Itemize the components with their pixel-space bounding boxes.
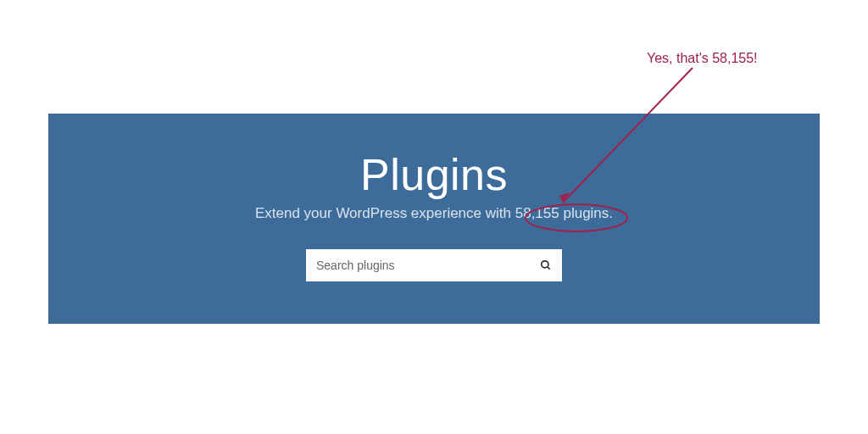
search-icon[interactable]: [540, 259, 552, 271]
subtitle-prefix: Extend your WordPress experience with: [255, 205, 515, 221]
subtitle-suffix: plugins.: [559, 205, 613, 221]
plugin-count: 58,155: [515, 205, 559, 221]
search-box[interactable]: [306, 249, 562, 281]
svg-line-1: [548, 267, 550, 270]
page-title: Plugins: [360, 149, 508, 200]
search-input[interactable]: [316, 259, 540, 272]
plugins-banner: Plugins Extend your WordPress experience…: [48, 114, 820, 324]
annotation-text: Yes, that's 58,155!: [647, 51, 758, 66]
svg-point-0: [542, 261, 548, 268]
page-subtitle: Extend your WordPress experience with 58…: [255, 205, 613, 222]
